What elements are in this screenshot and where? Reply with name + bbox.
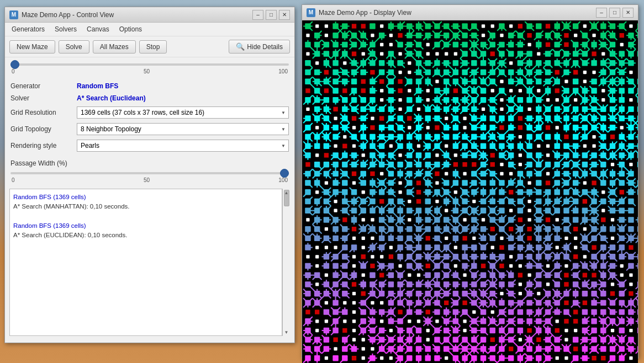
svg-rect-1159	[445, 116, 448, 120]
grid-topology-select[interactable]: 8 Neighbor Topology	[77, 123, 289, 135]
svg-rect-1699	[305, 162, 310, 167]
passage-width-slider[interactable]	[10, 172, 289, 174]
svg-rect-2223	[583, 199, 587, 204]
svg-rect-1062	[500, 108, 503, 111]
svg-rect-3870	[536, 338, 541, 342]
svg-rect-3596	[408, 319, 411, 323]
scrollbar-down-arrow[interactable]: ▼	[283, 328, 290, 336]
grid-resolution-select-wrapper: 1369 cells (37 cols x 37 rows, cell size…	[77, 106, 289, 119]
svg-rect-444	[343, 61, 346, 65]
control-minimize-button[interactable]: –	[252, 10, 263, 20]
solve-button[interactable]: Solve	[59, 40, 89, 54]
display-minimize-button[interactable]: –	[596, 8, 607, 18]
svg-rect-3527	[491, 310, 494, 313]
svg-rect-17	[369, 23, 375, 29]
svg-rect-3136	[388, 281, 394, 287]
svg-rect-2812	[389, 254, 393, 259]
svg-rect-1960	[462, 180, 467, 185]
svg-rect-2140	[334, 200, 337, 203]
svg-rect-2771	[556, 245, 559, 249]
svg-rect-322	[620, 43, 624, 46]
svg-rect-1545	[537, 145, 540, 148]
menu-canvas[interactable]: Canvas	[82, 24, 114, 35]
svg-rect-1853	[463, 172, 466, 175]
log-link-1[interactable]: Random BFS (1369 cells)	[13, 194, 86, 200]
grid-topology-label: Grid Topology	[10, 125, 77, 133]
svg-rect-3713	[389, 329, 393, 332]
top-slider[interactable]	[10, 63, 289, 66]
svg-rect-2935	[398, 264, 402, 268]
svg-rect-1301	[518, 125, 522, 130]
svg-rect-1980	[527, 181, 531, 184]
svg-rect-329	[306, 52, 309, 55]
svg-rect-4022	[573, 346, 578, 351]
svg-rect-1752	[462, 162, 467, 167]
svg-rect-3370	[352, 301, 356, 305]
scrollbar-up-arrow[interactable]: ▲	[283, 189, 290, 196]
svg-rect-3511	[426, 309, 430, 314]
svg-rect-1312	[556, 126, 559, 129]
svg-rect-1947	[416, 180, 421, 185]
svg-rect-964	[546, 98, 550, 102]
svg-rect-2542	[509, 227, 513, 231]
svg-rect-1125	[334, 116, 337, 120]
display-maximize-button[interactable]: □	[609, 8, 620, 18]
svg-rect-2919	[352, 264, 356, 268]
new-maze-button[interactable]: New Maze	[9, 40, 55, 54]
magnifier-icon: 🔍	[236, 42, 245, 51]
svg-rect-984	[601, 98, 605, 102]
svg-rect-809	[408, 89, 411, 92]
svg-rect-2256	[334, 209, 337, 212]
svg-rect-1369	[343, 135, 346, 138]
grid-topology-row: Grid Topology 8 Neighbor Topology	[10, 123, 289, 135]
svg-rect-869	[601, 89, 605, 92]
svg-rect-836	[491, 89, 494, 92]
svg-rect-814	[426, 89, 430, 92]
rendering-style-select[interactable]: Pearls	[77, 140, 289, 152]
solver-row: Solver A* Search (Euclidean)	[10, 94, 289, 102]
svg-rect-437	[315, 61, 319, 65]
svg-rect-3401	[444, 301, 448, 305]
svg-rect-3832	[426, 338, 430, 341]
svg-rect-3041	[417, 274, 420, 277]
svg-rect-2750	[499, 245, 504, 249]
svg-rect-1528	[481, 143, 486, 149]
svg-rect-193	[574, 34, 577, 37]
menu-options[interactable]: Options	[115, 24, 146, 35]
display-window-controls: – □ ✕	[596, 8, 634, 18]
log-scrollbar[interactable]: ▲ ▼	[282, 189, 290, 336]
svg-rect-3197	[564, 282, 568, 286]
svg-rect-2047	[416, 190, 421, 194]
svg-rect-2183	[472, 200, 476, 203]
svg-rect-1137	[371, 116, 374, 120]
svg-rect-64	[518, 24, 522, 28]
display-close-button[interactable]: ✕	[622, 8, 634, 18]
stop-button[interactable]: Stop	[139, 40, 167, 54]
svg-rect-3783	[637, 328, 638, 333]
menu-solvers[interactable]: Solvers	[50, 24, 81, 35]
svg-rect-2604	[352, 237, 356, 240]
svg-rect-1610	[398, 153, 402, 157]
svg-rect-2397	[408, 218, 411, 221]
menu-generators[interactable]: Generators	[7, 24, 49, 35]
svg-rect-1657	[546, 153, 550, 157]
svg-rect-3580	[343, 319, 346, 323]
svg-rect-3928	[362, 347, 365, 350]
svg-rect-1786	[582, 162, 588, 167]
svg-rect-293	[527, 43, 531, 46]
hide-details-button[interactable]: 🔍 Hide Details	[229, 40, 290, 54]
svg-rect-372	[426, 52, 430, 55]
svg-rect-3581	[352, 319, 356, 323]
svg-rect-461	[379, 60, 384, 66]
svg-rect-2605	[362, 237, 365, 240]
grid-resolution-select[interactable]: 1369 cells (37 cols x 37 rows, cell size…	[77, 106, 289, 119]
svg-rect-1920	[325, 181, 328, 184]
svg-rect-2739	[454, 245, 457, 249]
svg-rect-1982	[546, 180, 550, 185]
all-mazes-button[interactable]: All Mazes	[93, 40, 136, 54]
svg-rect-2967	[519, 264, 522, 268]
control-maximize-button[interactable]: □	[266, 10, 277, 20]
svg-rect-2915	[332, 263, 338, 269]
control-close-button[interactable]: ✕	[279, 10, 290, 20]
log-link-2[interactable]: Random BFS (1369 cells)	[13, 222, 86, 229]
